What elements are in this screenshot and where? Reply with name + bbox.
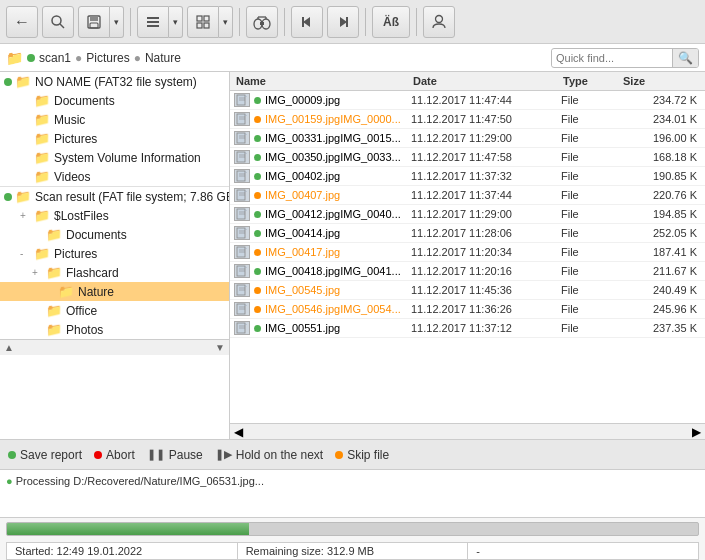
file-date: 11.12.2017 11:28:06 <box>411 227 561 239</box>
save-report-button[interactable]: Save report <box>8 448 82 462</box>
log-area: ● Processing D:/Recovered/Nature/IMG_065… <box>0 470 705 518</box>
file-row[interactable]: IMG_00414.jpg11.12.2017 11:28:06File252.… <box>230 224 705 243</box>
tree-item-office[interactable]: 📁 Office <box>0 301 229 320</box>
tree-item-flashcard[interactable]: + 📁 Flashcard <box>0 263 229 282</box>
file-name-text: IMG_00414.jpg <box>265 227 340 239</box>
hscroll-left[interactable]: ◀ <box>234 425 243 439</box>
save-dropdown-arrow[interactable]: ▾ <box>110 6 124 38</box>
tree-label: Office <box>66 304 97 318</box>
drive-folder-icon: 📁 <box>15 74 31 89</box>
file-row[interactable]: IMG_00331.jpgIMG_0015...11.12.2017 11:29… <box>230 129 705 148</box>
svg-rect-7 <box>147 25 159 27</box>
pause-button[interactable]: ❚❚ Pause <box>147 448 203 462</box>
file-type: File <box>561 246 621 258</box>
folder-icon: 📁 <box>46 265 62 280</box>
breadcrumb-folder-icon: 📁 <box>6 50 23 66</box>
header-date[interactable]: Date <box>411 75 561 87</box>
skip-button[interactable]: Skip file <box>335 448 389 462</box>
tree-item-pictures2[interactable]: - 📁 Pictures <box>0 244 229 263</box>
file-size: 234.72 K <box>621 94 701 106</box>
file-icon <box>234 112 250 126</box>
file-status-dot <box>254 268 261 275</box>
quick-find-input[interactable] <box>552 50 672 66</box>
list-button[interactable] <box>137 6 169 38</box>
file-row[interactable]: IMG_00412.jpgIMG_0040...11.12.2017 11:29… <box>230 205 705 224</box>
font-button[interactable]: Äß <box>372 6 410 38</box>
tree-item-videos[interactable]: 📁 Videos <box>0 167 229 186</box>
svg-rect-8 <box>197 16 202 21</box>
search-button[interactable] <box>42 6 74 38</box>
file-name-text: IMG_00009.jpg <box>265 94 340 106</box>
svg-marker-32 <box>245 133 247 135</box>
file-name-text: IMG_00545.jpg <box>265 284 340 296</box>
file-status-dot <box>254 135 261 142</box>
tree-label: Videos <box>54 170 90 184</box>
file-size: 234.01 K <box>621 113 701 125</box>
save-button[interactable] <box>78 6 110 38</box>
expand-icon: + <box>32 267 44 278</box>
folder-icon: 📁 <box>34 131 50 146</box>
tree-scan-result[interactable]: 📁 Scan result (FAT file system; 7.86 GB … <box>0 186 229 206</box>
scan-status-dot <box>4 193 12 201</box>
file-type: File <box>561 151 621 163</box>
file-row[interactable]: IMG_00159.jpgIMG_0000...11.12.2017 11:47… <box>230 110 705 129</box>
breadcrumb-sep2: ● <box>134 51 141 65</box>
header-size[interactable]: Size <box>621 75 701 87</box>
prev-button[interactable] <box>291 6 323 38</box>
file-row[interactable]: IMG_00551.jpg11.12.2017 11:37:12File237.… <box>230 319 705 338</box>
scroll-up-arrow[interactable]: ▲ <box>4 342 14 353</box>
grid-button[interactable] <box>187 6 219 38</box>
breadcrumb-nature[interactable]: Nature <box>145 51 181 65</box>
header-type[interactable]: Type <box>561 75 621 87</box>
header-name[interactable]: Name <box>234 75 411 87</box>
grid-dropdown-arrow[interactable]: ▾ <box>219 6 233 38</box>
list-dropdown-arrow[interactable]: ▾ <box>169 6 183 38</box>
expand-icon: + <box>20 210 32 221</box>
file-type: File <box>561 284 621 296</box>
tree-item-documents2[interactable]: 📁 Documents <box>0 225 229 244</box>
file-row[interactable]: IMG_00546.jpgIMG_0054...11.12.2017 11:36… <box>230 300 705 319</box>
file-panel: Name Date Type Size IMG_00009.jpg11.12.2… <box>230 72 705 439</box>
status-extra: - <box>468 542 699 560</box>
next-button[interactable] <box>327 6 359 38</box>
file-row[interactable]: IMG_00350.jpgIMG_0033...11.12.2017 11:47… <box>230 148 705 167</box>
back-button[interactable]: ← <box>6 6 38 38</box>
file-name-text: IMG_00350.jpgIMG_0033... <box>265 151 401 163</box>
tree-item-documents[interactable]: 📁 Documents <box>0 91 229 110</box>
file-row[interactable]: IMG_00545.jpg11.12.2017 11:45:36File240.… <box>230 281 705 300</box>
hscroll-right[interactable]: ▶ <box>692 425 701 439</box>
tree-item-pictures[interactable]: 📁 Pictures <box>0 129 229 148</box>
sep2 <box>239 8 240 36</box>
tree-item-lostfiles[interactable]: + 📁 $LostFiles <box>0 206 229 225</box>
breadcrumb-scan1[interactable]: scan1 <box>39 51 71 65</box>
user-button[interactable] <box>423 6 455 38</box>
quick-find-container: 🔍 <box>551 48 699 68</box>
file-row[interactable]: IMG_00009.jpg11.12.2017 11:47:44File234.… <box>230 91 705 110</box>
scroll-down-arrow[interactable]: ▼ <box>215 342 225 353</box>
folder-icon: 📁 <box>34 93 50 108</box>
file-size: 168.18 K <box>621 151 701 163</box>
tree-drive-noname[interactable]: 📁 NO NAME (FAT32 file system) <box>0 72 229 91</box>
file-status-dot <box>254 306 261 313</box>
tree-item-music[interactable]: 📁 Music <box>0 110 229 129</box>
tree-item-system-volume[interactable]: 📁 System Volume Information <box>0 148 229 167</box>
file-row[interactable]: IMG_00418.jpgIMG_0041...11.12.2017 11:20… <box>230 262 705 281</box>
binoculars-button[interactable] <box>246 6 278 38</box>
svg-marker-40 <box>245 171 247 173</box>
tree-label: Photos <box>66 323 103 337</box>
save-report-dot <box>8 451 16 459</box>
tree-item-photos[interactable]: 📁 Photos <box>0 320 229 339</box>
quick-find-button[interactable]: 🔍 <box>672 49 698 67</box>
file-row[interactable]: IMG_00407.jpg11.12.2017 11:37:44File220.… <box>230 186 705 205</box>
skip-label: Skip file <box>347 448 389 462</box>
abort-button[interactable]: Abort <box>94 448 135 462</box>
breadcrumb-pictures[interactable]: Pictures <box>86 51 129 65</box>
tree-item-nature[interactable]: 📁 Nature <box>0 282 229 301</box>
file-row[interactable]: IMG_00417.jpg11.12.2017 11:20:34File187.… <box>230 243 705 262</box>
status-started: Started: 12:49 19.01.2022 <box>6 542 238 560</box>
hold-button[interactable]: ❚▶ Hold on the next <box>215 448 323 462</box>
file-row[interactable]: IMG_00402.jpg11.12.2017 11:37:32File190.… <box>230 167 705 186</box>
sep4 <box>365 8 366 36</box>
file-status-dot <box>254 287 261 294</box>
file-list: IMG_00009.jpg11.12.2017 11:47:44File234.… <box>230 91 705 423</box>
